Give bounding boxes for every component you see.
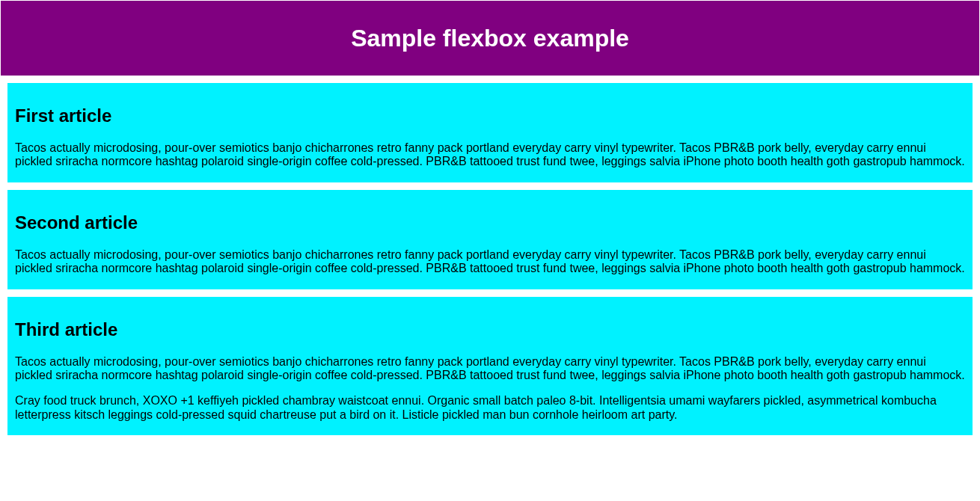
article-paragraph: Tacos actually microdosing, pour-over se… — [15, 248, 965, 276]
article: Second article Tacos actually microdosin… — [7, 190, 973, 289]
article: Third article Tacos actually microdosing… — [7, 297, 973, 436]
page-title: Sample flexbox example — [351, 25, 629, 52]
article-paragraph: Cray food truck brunch, XOXO +1 keffiyeh… — [15, 394, 965, 422]
article-paragraph: Tacos actually microdosing, pour-over se… — [15, 355, 965, 383]
article-paragraph: Tacos actually microdosing, pour-over se… — [15, 141, 965, 169]
article-title: First article — [15, 105, 965, 126]
article: First article Tacos actually microdosing… — [7, 83, 973, 182]
article-title: Second article — [15, 212, 965, 233]
page-header: Sample flexbox example — [1, 1, 979, 76]
articles-section: First article Tacos actually microdosing… — [0, 76, 980, 443]
article-title: Third article — [15, 319, 965, 340]
